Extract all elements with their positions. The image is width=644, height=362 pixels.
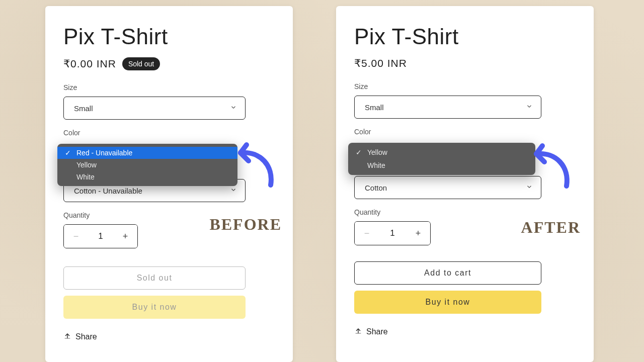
- color-option-label: White: [367, 161, 385, 169]
- arrow-icon: [527, 142, 573, 192]
- share-button[interactable]: Share: [63, 332, 97, 342]
- size-label: Size: [354, 82, 576, 90]
- price-row: ₹5.00 INR: [354, 57, 576, 69]
- after-tag: AFTER: [521, 218, 581, 237]
- share-button[interactable]: Share: [354, 327, 388, 337]
- button-label: Buy it now: [132, 303, 177, 312]
- button-label: Add to cart: [424, 268, 471, 278]
- check-icon: ✓: [64, 149, 71, 157]
- buy-now-button[interactable]: Buy it now: [354, 291, 541, 314]
- price-row: ₹0.00 INR Sold out: [63, 57, 275, 70]
- button-label: Sold out: [137, 274, 173, 283]
- material-value: Cotton - Unavailable: [74, 187, 142, 195]
- product-card-before: Pix T-Shirt ₹0.00 INR Sold out Size Smal…: [45, 6, 293, 362]
- color-dropdown[interactable]: ✓ Red - Unavailable Yellow White: [57, 144, 237, 186]
- material-select[interactable]: Cotton: [354, 176, 541, 199]
- price: ₹0.00 INR: [63, 58, 116, 70]
- chevron-down-icon: [230, 104, 237, 113]
- share-icon: [354, 327, 362, 337]
- size-select[interactable]: Small: [63, 97, 246, 120]
- soldout-badge: Sold out: [122, 57, 160, 70]
- add-to-cart-button[interactable]: Add to cart: [354, 261, 541, 285]
- quantity-stepper[interactable]: − 1 +: [63, 224, 138, 248]
- chevron-down-icon: [526, 103, 533, 112]
- buy-now-button[interactable]: Buy it now: [63, 296, 246, 319]
- svg-rect-1: [356, 333, 361, 334]
- product-title: Pix T-Shirt: [63, 24, 275, 49]
- quantity-decrement[interactable]: −: [355, 222, 379, 245]
- color-option-label: White: [76, 173, 95, 181]
- size-value: Small: [74, 104, 93, 113]
- product-title: Pix T-Shirt: [354, 24, 576, 49]
- quantity-increment[interactable]: +: [113, 225, 137, 248]
- color-option[interactable]: White: [348, 159, 535, 172]
- color-option-label: Red - Unavailable: [76, 149, 132, 157]
- color-option-label: Yellow: [367, 148, 387, 156]
- button-label: Buy it now: [426, 298, 470, 307]
- material-value: Cotton: [365, 184, 387, 192]
- size-value: Small: [365, 103, 384, 112]
- share-icon: [63, 332, 71, 342]
- quantity-stepper[interactable]: − 1 +: [354, 221, 431, 245]
- quantity-label: Quantity: [354, 208, 576, 216]
- color-option[interactable]: White: [57, 171, 237, 183]
- size-label: Size: [63, 83, 275, 92]
- size-select[interactable]: Small: [354, 96, 541, 119]
- share-label: Share: [75, 332, 97, 341]
- size-field: Size Small: [63, 83, 275, 120]
- color-option[interactable]: ✓ Red - Unavailable: [57, 147, 237, 159]
- color-label: Color: [354, 128, 576, 136]
- color-dropdown[interactable]: ✓ Yellow White: [348, 143, 535, 175]
- color-label: Color: [63, 129, 275, 137]
- add-to-cart-button[interactable]: Sold out: [63, 266, 246, 290]
- quantity-value: 1: [379, 228, 406, 238]
- quantity-decrement[interactable]: −: [64, 225, 88, 248]
- color-option[interactable]: ✓ Yellow: [348, 146, 535, 159]
- before-tag: BEFORE: [209, 215, 282, 234]
- arrow-icon: [231, 141, 277, 191]
- quantity-increment[interactable]: +: [406, 222, 430, 245]
- price: ₹5.00 INR: [354, 57, 407, 69]
- size-field: Size Small: [354, 82, 576, 119]
- color-option-label: Yellow: [76, 161, 97, 169]
- product-card-after: Pix T-Shirt ₹5.00 INR Size Small Color ✓…: [336, 6, 594, 362]
- svg-rect-0: [65, 338, 70, 339]
- share-label: Share: [366, 327, 388, 336]
- check-icon: ✓: [355, 148, 362, 156]
- color-option[interactable]: Yellow: [57, 159, 237, 171]
- quantity-value: 1: [88, 231, 113, 241]
